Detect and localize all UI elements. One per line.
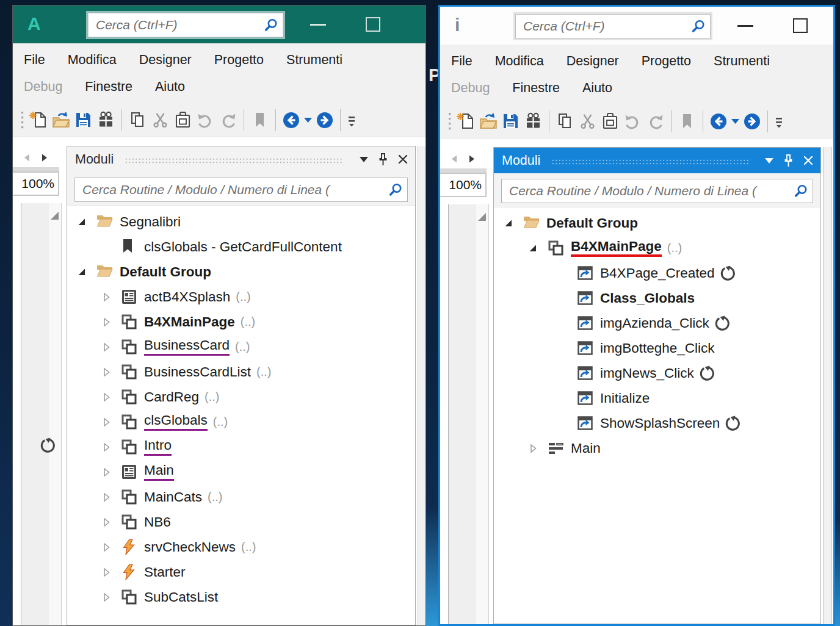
cut-button[interactable] bbox=[578, 112, 597, 131]
zoom-level[interactable]: 100% bbox=[12, 171, 59, 196]
tree-row[interactable]: BusinessCard(..) bbox=[67, 334, 415, 359]
back-button[interactable] bbox=[709, 112, 728, 131]
menu-item-debug[interactable]: Debug bbox=[451, 81, 490, 96]
collapsed-arrow-icon[interactable] bbox=[102, 367, 121, 377]
tree-row[interactable]: ShowSplashScreen bbox=[494, 411, 820, 436]
splitter-grip[interactable] bbox=[478, 213, 486, 221]
tree-row[interactable]: MainCats(..) bbox=[67, 484, 415, 509]
redo-button[interactable] bbox=[219, 110, 237, 129]
expanded-arrow-icon[interactable] bbox=[78, 267, 96, 276]
tree-row[interactable]: B4XPage_Created bbox=[494, 261, 820, 286]
expanded-arrow-icon[interactable] bbox=[78, 217, 96, 226]
copy-button[interactable] bbox=[556, 112, 574, 131]
editor-scrollbar-band[interactable] bbox=[476, 204, 489, 624]
menu-item-designer[interactable]: Designer bbox=[567, 54, 619, 69]
title-search-input[interactable] bbox=[516, 19, 691, 34]
title-search-box[interactable] bbox=[515, 14, 711, 38]
titlebar[interactable]: A bbox=[13, 5, 425, 43]
find-button[interactable] bbox=[96, 110, 115, 129]
collapsed-arrow-icon[interactable] bbox=[102, 567, 121, 577]
tree-row[interactable]: CardReg(..) bbox=[67, 384, 415, 409]
tree-row[interactable]: imgAzienda_Click bbox=[494, 311, 820, 336]
menu-item-strumenti[interactable]: Strumenti bbox=[714, 54, 770, 69]
tree-row[interactable]: Class_Globals bbox=[494, 286, 820, 311]
module-search-box[interactable] bbox=[74, 178, 408, 202]
maximize-button[interactable] bbox=[783, 7, 817, 45]
editor-scrollbar-band[interactable] bbox=[49, 203, 62, 625]
menu-item-strumenti[interactable]: Strumenti bbox=[286, 52, 342, 68]
tree-row[interactable]: imgBotteghe_Click bbox=[494, 336, 820, 361]
menu-item-progetto[interactable]: Progetto bbox=[214, 52, 264, 68]
collapsed-arrow-icon[interactable] bbox=[102, 492, 121, 502]
menu-item-finestre[interactable]: Finestre bbox=[512, 81, 560, 96]
search-icon[interactable] bbox=[794, 184, 813, 198]
title-search-input[interactable] bbox=[89, 18, 264, 32]
chevron-down-icon[interactable] bbox=[360, 157, 368, 162]
open-project-button[interactable] bbox=[479, 112, 498, 131]
collapsed-arrow-icon[interactable] bbox=[102, 342, 121, 352]
toolbar-options-button[interactable] bbox=[347, 112, 357, 128]
titlebar[interactable]: i bbox=[440, 7, 833, 45]
undo-button[interactable] bbox=[196, 110, 215, 129]
tab-scroll-left-icon[interactable] bbox=[23, 153, 31, 162]
tree-row[interactable]: SubCatsList bbox=[67, 585, 415, 610]
pin-icon[interactable] bbox=[378, 153, 388, 167]
maximize-button[interactable] bbox=[356, 5, 390, 43]
menu-item-aiuto[interactable]: Aiuto bbox=[582, 81, 612, 96]
tree-row[interactable]: Starter bbox=[67, 559, 415, 585]
close-icon[interactable] bbox=[398, 154, 408, 164]
tree-row[interactable]: NB6 bbox=[67, 509, 415, 534]
title-search-box[interactable] bbox=[88, 13, 283, 37]
menu-item-progetto[interactable]: Progetto bbox=[642, 54, 691, 69]
toolbar-options-button[interactable] bbox=[774, 113, 784, 129]
tree-row[interactable]: imgNews_Click bbox=[494, 361, 820, 386]
find-button[interactable] bbox=[524, 112, 543, 131]
bookmark-button[interactable] bbox=[678, 112, 697, 131]
search-icon[interactable] bbox=[691, 19, 710, 34]
bookmark-button[interactable] bbox=[250, 110, 269, 129]
new-file-button[interactable] bbox=[456, 112, 475, 131]
menu-item-aiuto[interactable]: Aiuto bbox=[155, 79, 185, 95]
close-icon[interactable] bbox=[803, 156, 813, 165]
collapsed-arrow-icon[interactable] bbox=[529, 444, 548, 453]
collapsed-arrow-icon[interactable] bbox=[102, 392, 121, 402]
new-file-button[interactable] bbox=[29, 110, 48, 129]
tree-row[interactable]: Main bbox=[494, 436, 820, 461]
collapsed-arrow-icon[interactable] bbox=[102, 317, 121, 327]
menu-item-modifica[interactable]: Modifica bbox=[68, 52, 117, 68]
copy-button[interactable] bbox=[128, 110, 147, 129]
tab-scroll-left-icon[interactable] bbox=[450, 154, 458, 164]
chevron-down-icon[interactable] bbox=[765, 158, 773, 164]
module-search-box[interactable] bbox=[501, 179, 813, 203]
collapsed-arrow-icon[interactable] bbox=[102, 442, 121, 452]
open-project-button[interactable] bbox=[51, 110, 70, 129]
back-history-dropdown-button[interactable] bbox=[731, 119, 739, 124]
save-button[interactable] bbox=[74, 110, 93, 129]
menu-item-modifica[interactable]: Modifica bbox=[495, 54, 544, 69]
minimize-button[interactable] bbox=[728, 7, 762, 45]
tree-row[interactable]: clsGlobals(..) bbox=[67, 409, 415, 434]
expanded-arrow-icon[interactable] bbox=[529, 243, 548, 253]
tree-row[interactable]: Default Group bbox=[494, 210, 820, 236]
forward-button[interactable] bbox=[743, 112, 761, 131]
cut-button[interactable] bbox=[151, 110, 170, 129]
forward-button[interactable] bbox=[316, 111, 334, 129]
collapsed-arrow-icon[interactable] bbox=[102, 467, 121, 477]
collapsed-arrow-icon[interactable] bbox=[102, 592, 121, 602]
back-history-dropdown-button[interactable] bbox=[304, 118, 312, 123]
tree-row[interactable]: B4XMainPage(..) bbox=[67, 309, 415, 334]
search-icon[interactable] bbox=[388, 182, 407, 197]
collapsed-arrow-icon[interactable] bbox=[102, 292, 121, 302]
toolbar-drag-handle[interactable] bbox=[20, 110, 25, 130]
tree-row[interactable]: B4XMainPage(..) bbox=[494, 236, 820, 261]
collapsed-arrow-icon[interactable] bbox=[102, 542, 121, 552]
tree-row[interactable]: Main bbox=[67, 459, 415, 484]
tree-row[interactable]: Segnalibri bbox=[67, 209, 415, 234]
menu-item-debug[interactable]: Debug bbox=[24, 79, 62, 95]
tree-row[interactable]: BusinessCardList(..) bbox=[67, 359, 415, 384]
tree-row[interactable]: srvCheckNews(..) bbox=[67, 534, 415, 559]
tab-scroll-right-icon[interactable] bbox=[41, 153, 49, 162]
redo-button[interactable] bbox=[646, 112, 665, 131]
back-button[interactable] bbox=[282, 111, 300, 129]
menu-item-finestre[interactable]: Finestre bbox=[85, 79, 132, 95]
